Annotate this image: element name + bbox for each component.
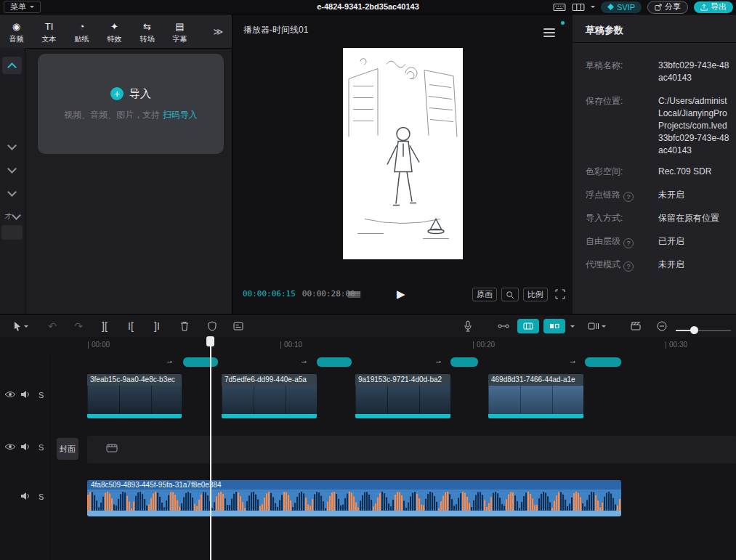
fullscreen-icon[interactable]: [555, 289, 565, 299]
mask-button[interactable]: [205, 319, 219, 333]
info-icon[interactable]: [623, 238, 634, 248]
sidebar-item-selected[interactable]: [2, 57, 22, 74]
field-color-space-value: Rec.709 SDR: [658, 166, 736, 178]
sidebar-item-4[interactable]: 才: [2, 208, 22, 225]
share-button[interactable]: 分享: [647, 1, 688, 14]
chevron-down-icon: [7, 187, 17, 197]
export-button[interactable]: 导出: [694, 1, 733, 13]
timeline-ruler[interactable]: 00:00 00:10 00:20 00:30: [0, 337, 736, 354]
playhead-handle[interactable]: [206, 336, 214, 346]
clip-accent-bar: [222, 414, 317, 418]
transition-segment[interactable]: [317, 357, 352, 367]
playhead-line[interactable]: [210, 337, 211, 560]
audio-clip[interactable]: 4fa8c509-4893-445f-95fa-31a7f8e0e384: [87, 480, 621, 516]
qr-import-link[interactable]: 扫码导入: [163, 110, 198, 120]
clip-name: 9a19153c-9721-4d0d-ba2: [355, 374, 450, 386]
video-clip[interactable]: 469d8d31-7466-44ad-a1e: [488, 374, 583, 418]
import-hint-text: 视频、音频、图片，支持: [64, 110, 162, 120]
track-mute-icon[interactable]: [20, 390, 31, 399]
field-draft-name-value: 33bfc029-743e-48 ac40143: [658, 60, 736, 84]
timecode: 00:00:06:1500:00:28:00: [243, 289, 355, 299]
aspect-ratio-button[interactable]: 比例: [523, 288, 548, 301]
track-mute-icon[interactable]: [20, 442, 31, 451]
undo-button[interactable]: ↶: [45, 319, 60, 333]
preview-axis-toggle[interactable]: [517, 319, 539, 333]
sidebar-item-2[interactable]: [2, 161, 22, 179]
player-title: 播放器-时间线01: [243, 24, 308, 36]
redo-button[interactable]: ↷: [71, 319, 86, 333]
titlebar-actions: SVIP 分享 导出: [553, 1, 733, 13]
track-visibility-icon[interactable]: [4, 391, 16, 398]
clip-thumbnails: [222, 386, 317, 414]
transition-segment[interactable]: [183, 357, 218, 367]
tab-sticker-label: 贴纸: [75, 34, 89, 44]
ruler-label: 00:30: [666, 341, 687, 349]
caption-edit-button[interactable]: [231, 319, 246, 333]
track-solo-button[interactable]: S: [39, 391, 44, 399]
delete-right-button[interactable]: ]I: [150, 319, 164, 333]
caption-box-icon: [233, 322, 243, 330]
transition-segment[interactable]: [585, 357, 621, 367]
transition-arrow-icon: [166, 356, 174, 365]
render-quality-button[interactable]: [628, 319, 644, 333]
delete-left-button[interactable]: I[: [124, 319, 138, 333]
import-dropzone[interactable]: 导入 视频、音频、图片，支持 扫码导入: [38, 54, 224, 154]
timeline-zoom-slider-knob[interactable]: [690, 326, 698, 334]
original-quality-button[interactable]: 原画: [472, 288, 497, 301]
player-menu-icon[interactable]: [543, 26, 555, 39]
tab-sticker[interactable]: ◔ 贴纸: [65, 19, 98, 44]
track-solo-button[interactable]: S: [39, 443, 44, 452]
transition-segment[interactable]: [450, 357, 478, 367]
frames-view-icon[interactable]: ▦▦: [347, 289, 360, 299]
field-free-layer-value: 已开启: [658, 235, 736, 248]
expand-panel-icon[interactable]: ≫: [213, 26, 223, 37]
tab-text-label: 文本: [42, 34, 57, 44]
svip-button[interactable]: SVIP: [601, 1, 642, 13]
track-solo-button[interactable]: S: [39, 492, 44, 501]
tab-transitions[interactable]: ⇆ 转场: [131, 19, 163, 44]
auto-snap-button[interactable]: [496, 319, 511, 333]
info-icon[interactable]: [623, 192, 634, 202]
import-hint: 视频、音频、图片，支持 扫码导入: [64, 109, 197, 121]
window-title: e-4824-9341-2bd35ac40143: [317, 2, 419, 11]
select-tool-button[interactable]: [7, 319, 33, 333]
track-height-button[interactable]: [584, 319, 609, 333]
sidebar-item-3[interactable]: [2, 184, 22, 202]
sidebar-item-5[interactable]: [1, 225, 23, 240]
play-button[interactable]: [397, 288, 405, 301]
toggle-dropdown[interactable]: [568, 319, 577, 333]
tab-effects[interactable]: ✦ 特效: [98, 19, 131, 44]
audio-icon: ◉: [12, 21, 20, 32]
cover-track[interactable]: [87, 436, 736, 463]
zoom-out-button[interactable]: [655, 319, 668, 333]
tab-text[interactable]: TI 文本: [33, 19, 65, 44]
delete-button[interactable]: [177, 319, 192, 333]
cover-button[interactable]: 封面: [57, 438, 78, 460]
info-icon[interactable]: [623, 261, 634, 272]
record-voiceover-button[interactable]: [461, 319, 475, 333]
menu-label: 菜单: [10, 1, 26, 12]
video-clip[interactable]: 9a19153c-9721-4d0d-ba2: [355, 374, 450, 418]
effects-icon: ✦: [110, 21, 118, 32]
tab-captions[interactable]: ▤ 字幕: [163, 19, 196, 44]
tab-audio[interactable]: ◉ 音频: [0, 19, 33, 44]
keyboard-shortcuts-icon[interactable]: [553, 3, 566, 12]
cursor-icon: [13, 321, 22, 331]
media-sidebar: 才: [0, 48, 25, 314]
split-clip-button[interactable]: ][: [97, 319, 112, 333]
layout-panels-icon[interactable]: [572, 3, 585, 12]
film-icon[interactable]: [106, 443, 118, 453]
menu-button[interactable]: 菜单: [4, 1, 41, 13]
divider: [573, 42, 736, 43]
sidebar-item-1[interactable]: [2, 138, 22, 155]
track-visibility-icon[interactable]: [4, 443, 16, 450]
track-magnet-toggle[interactable]: [543, 319, 565, 333]
video-clip[interactable]: 3feab15c-9aa0-4e8c-b3ec: [87, 374, 182, 418]
chevron-down-icon: [570, 325, 575, 330]
track-mute-icon[interactable]: [20, 492, 31, 500]
video-preview[interactable]: [343, 48, 463, 259]
draft-parameters-panel: 草稿参数 草稿名称: 33bfc029-743e-48 ac40143 保存位置…: [573, 15, 736, 314]
video-clip[interactable]: 7d5edfe6-dd99-440e-a5a: [222, 374, 317, 418]
layout-dropdown-icon[interactable]: [591, 6, 595, 10]
zoom-preview-button[interactable]: [501, 288, 519, 301]
